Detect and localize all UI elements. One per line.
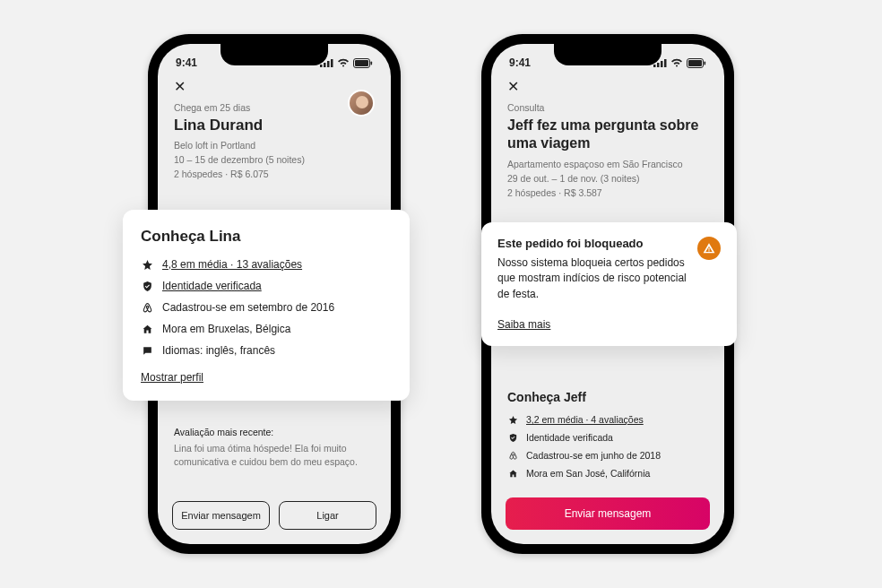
date-range: 29 de out. – 1 de nov. (3 noites) (507, 172, 708, 186)
call-button[interactable]: Ligar (279, 501, 376, 530)
listing-name: Belo loft in Portland (174, 139, 305, 153)
date-range: 10 – 15 de dezembro (5 noites) (174, 153, 305, 168)
blocked-title: Este pedido foi bloqueado (497, 237, 688, 250)
shield-check-icon (507, 433, 518, 443)
status-icons (320, 58, 373, 68)
svg-rect-1 (324, 63, 326, 67)
meet-guest-block: Conheça Jeff 3,2 em média · 4 avaliações… (491, 383, 724, 486)
shield-check-icon (141, 281, 153, 292)
lives-text: Mora em San José, Califórnia (526, 468, 650, 479)
svg-rect-0 (320, 65, 323, 67)
review-label: Avaliação mais recente: (174, 427, 375, 437)
svg-rect-10 (664, 59, 667, 67)
lives-row: Mora em San José, Califórnia (507, 468, 708, 479)
svg-rect-13 (705, 61, 706, 65)
wifi-icon (670, 58, 683, 67)
show-profile-link[interactable]: Mostrar perfil (141, 371, 203, 384)
identity-text: Identidade verificada (162, 280, 262, 292)
wifi-icon (337, 58, 350, 67)
star-icon (507, 415, 518, 425)
joined-row: Cadastrou-se em junho de 2018 (507, 450, 708, 461)
avatar[interactable] (348, 90, 375, 117)
svg-rect-6 (371, 61, 373, 65)
recent-review: Avaliação mais recente: Lina foi uma óti… (158, 407, 391, 469)
notch (220, 44, 328, 65)
rating-text: 3,2 em média · 4 avaliações (526, 414, 644, 425)
notch (554, 44, 662, 65)
chat-icon (141, 345, 153, 357)
meet-title: Conheça Jeff (507, 390, 708, 404)
svg-rect-2 (327, 61, 330, 67)
identity-text: Identidade verificada (526, 432, 613, 443)
joined-text: Cadastrou-se em junho de 2018 (526, 450, 661, 461)
rating-row[interactable]: 4,8 em média · 13 avaliações (141, 258, 392, 271)
meet-info-list: 3,2 em média · 4 avaliações Identidade v… (507, 414, 708, 479)
svg-rect-5 (355, 60, 368, 66)
airbnb-icon (141, 302, 153, 314)
close-icon[interactable]: ✕ (507, 78, 708, 95)
guests-price: 2 hóspedes · R$ 6.075 (174, 168, 305, 182)
identity-row: Identidade verificada (507, 432, 708, 443)
languages-row: Idiomas: inglês, francês (141, 344, 392, 357)
guests-price: 2 hóspedes · R$ 3.587 (507, 186, 708, 201)
svg-rect-3 (331, 59, 333, 67)
home-icon (507, 469, 518, 479)
arrival-meta: Chega em 25 dias (174, 102, 305, 113)
close-icon[interactable]: ✕ (174, 78, 375, 95)
send-message-button[interactable]: Enviar mensagem (172, 501, 270, 530)
rating-row[interactable]: 3,2 em média · 4 avaliações (507, 414, 708, 425)
inquiry-title: Jeff fez uma pergunta sobre uma viagem (507, 117, 708, 152)
profile-info-list: 4,8 em média · 13 avaliações Identidade … (141, 258, 392, 357)
guest-profile-card: Conheça Lina 4,8 em média · 13 avaliaçõe… (123, 210, 410, 401)
warning-icon (697, 237, 721, 260)
battery-icon (687, 58, 706, 68)
svg-rect-9 (661, 61, 663, 67)
review-text: Lina foi uma ótima hóspede! Ela foi muit… (174, 442, 375, 469)
svg-rect-12 (688, 60, 702, 66)
learn-more-link[interactable]: Saiba mais (497, 318, 550, 331)
home-icon (141, 324, 153, 335)
star-icon (141, 259, 153, 271)
listing-name: Apartamento espaçoso em São Francisco (507, 158, 708, 172)
joined-text: Cadastrou-se em setembro de 2016 (162, 301, 334, 314)
action-buttons: Enviar mensagem Ligar (158, 501, 391, 532)
airbnb-icon (507, 451, 518, 461)
card-title: Conheça Lina (141, 228, 392, 246)
lives-text: Mora em Bruxelas, Bélgica (162, 323, 290, 335)
status-time: 9:41 (509, 56, 531, 69)
lives-row: Mora em Bruxelas, Bélgica (141, 323, 392, 335)
blocked-text: Nosso sistema bloqueia certos pedidos qu… (497, 255, 688, 302)
status-icons (653, 58, 706, 68)
send-message-button[interactable]: Enviar mensagem (506, 497, 710, 530)
joined-row: Cadastrou-se em setembro de 2016 (141, 301, 392, 314)
guest-name: Lina Durand (174, 117, 305, 134)
languages-text: Idiomas: inglês, francês (162, 344, 275, 357)
rating-text: 4,8 em média · 13 avaliações (162, 258, 302, 271)
inquiry-meta: Consulta (507, 102, 708, 113)
identity-row[interactable]: Identidade verificada (141, 280, 392, 292)
svg-rect-8 (657, 63, 660, 67)
blocked-notice-card: Este pedido foi bloqueado Nosso sistema … (481, 222, 737, 346)
status-time: 9:41 (176, 56, 197, 69)
battery-icon (353, 58, 373, 68)
svg-rect-7 (653, 65, 656, 67)
